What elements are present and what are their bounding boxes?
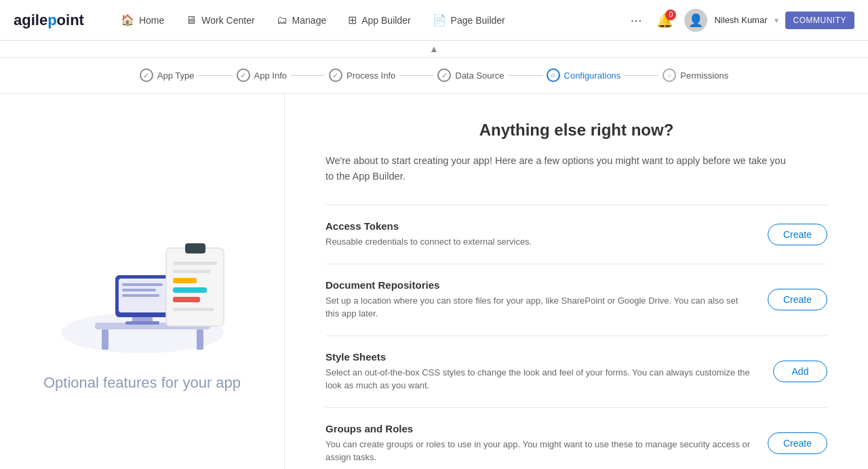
manage-icon: 🗂	[277, 14, 288, 26]
stepper: ✓ App Type ✓ App Info ✓ Process Info ✓ D…	[0, 58, 868, 94]
nav-home-label: Home	[139, 15, 164, 26]
svg-rect-5	[125, 321, 159, 325]
nav-app-builder[interactable]: ⊞ App Builder	[338, 8, 420, 32]
step-label-data-source: Data Source	[455, 70, 504, 81]
connector-4	[509, 75, 542, 76]
step-label-permissions: Permissions	[680, 70, 728, 81]
connector-5	[625, 75, 658, 76]
left-panel: Optional features for your app	[0, 94, 285, 469]
collapse-bar[interactable]: ▲	[0, 41, 868, 58]
step-configurations: ○ Configurations	[547, 68, 621, 82]
monitor-icon: 🖥	[186, 14, 197, 26]
nav-right: ··· 🔔 0 👤 Nilesh Kumar ▾ COMMUNITY	[627, 8, 854, 33]
nav-manage-label: Manage	[292, 15, 327, 26]
step-label-configurations: Configurations	[564, 70, 621, 81]
feature-document-repositories: Document Repositories Set up a location …	[326, 264, 827, 335]
feature-action-document-repositories: Create	[768, 289, 827, 310]
panel-title: Anything else right now?	[326, 121, 827, 140]
notification-button[interactable]: 🔔 0	[652, 8, 677, 33]
feature-desc-groups-and-roles: You can create groups or roles to use in…	[326, 438, 754, 464]
feature-info-access-tokens: Access Tokens Reusable credentials to co…	[326, 220, 754, 249]
svg-rect-2	[102, 329, 108, 350]
svg-rect-17	[173, 297, 200, 302]
step-circle-process-info: ✓	[329, 68, 342, 82]
nav-work-center-label: Work Center	[201, 15, 254, 26]
collapse-icon: ▲	[429, 43, 439, 54]
feature-action-access-tokens: Create	[768, 224, 827, 245]
svg-rect-11	[166, 248, 224, 326]
step-app-info: ✓ App Info	[237, 68, 287, 82]
navbar: agilepoint 🏠 Home 🖥 Work Center 🗂 Manage…	[0, 0, 868, 41]
logo-dot: p	[47, 12, 56, 28]
logo: agilepoint	[14, 12, 84, 29]
right-panel: Anything else right now? We're about to …	[285, 94, 868, 469]
feature-action-style-sheets: Add	[773, 361, 827, 382]
connector-3	[399, 75, 433, 76]
nav-page-builder-label: Page Builder	[451, 15, 505, 26]
feature-groups-and-roles: Groups and Roles You can create groups o…	[326, 407, 827, 469]
more-icon[interactable]: ···	[627, 8, 646, 32]
feature-info-document-repositories: Document Repositories Set up a location …	[326, 279, 754, 321]
feature-info-style-sheets: Style Sheets Select an out-of-the-box CS…	[326, 351, 760, 392]
svg-rect-8	[122, 283, 163, 286]
svg-rect-15	[173, 278, 197, 283]
step-circle-app-type: ✓	[140, 68, 153, 82]
feature-desc-document-repositories: Set up a location where you can store fi…	[326, 294, 754, 321]
step-circle-data-source: ✓	[437, 68, 451, 82]
create-groups-and-roles-button[interactable]: Create	[768, 432, 827, 454]
avatar[interactable]: 👤	[684, 9, 707, 32]
illustration-caption: Optional features for your app	[43, 373, 241, 394]
svg-rect-12	[185, 243, 205, 253]
app-builder-icon: ⊞	[348, 14, 357, 26]
svg-rect-9	[122, 289, 156, 291]
nav-work-center[interactable]: 🖥 Work Center	[176, 9, 264, 32]
step-label-process-info: Process Info	[347, 70, 395, 81]
panel-subtitle: We're about to start creating your app! …	[326, 153, 787, 184]
connector-2	[291, 75, 325, 76]
step-circle-configurations: ○	[547, 68, 560, 82]
step-label-app-type: App Type	[157, 70, 195, 81]
feature-desc-style-sheets: Select an out-of-the-box CSS styles to c…	[326, 366, 760, 392]
step-permissions: ○ Permissions	[663, 68, 728, 82]
notification-badge: 0	[665, 9, 676, 20]
feature-title-style-sheets: Style Sheets	[326, 351, 760, 363]
feature-title-access-tokens: Access Tokens	[326, 220, 754, 232]
home-icon: 🏠	[121, 14, 134, 26]
create-document-repositories-button[interactable]: Create	[768, 289, 827, 310]
feature-title-groups-and-roles: Groups and Roles	[326, 423, 754, 434]
feature-style-sheets: Style Sheets Select an out-of-the-box CS…	[326, 335, 827, 407]
svg-rect-16	[173, 287, 207, 293]
add-style-sheets-button[interactable]: Add	[773, 361, 827, 382]
feature-info-groups-and-roles: Groups and Roles You can create groups o…	[326, 423, 754, 464]
feature-access-tokens: Access Tokens Reusable credentials to co…	[326, 205, 827, 264]
page-builder-icon: 📄	[433, 14, 446, 26]
user-dropdown-icon[interactable]: ▾	[774, 16, 778, 25]
nav-app-builder-label: App Builder	[361, 15, 410, 26]
svg-rect-18	[173, 308, 214, 311]
svg-rect-13	[173, 262, 217, 265]
logo-text: agilepoint	[14, 12, 84, 29]
step-circle-app-info: ✓	[237, 68, 250, 82]
step-process-info: ✓ Process Info	[329, 68, 395, 82]
svg-rect-14	[173, 270, 210, 273]
nav-items: 🏠 Home 🖥 Work Center 🗂 Manage ⊞ App Buil…	[111, 8, 627, 32]
feature-desc-access-tokens: Reusable credentials to connect to exter…	[326, 235, 754, 249]
step-data-source: ✓ Data Source	[437, 68, 504, 82]
step-circle-permissions: ○	[663, 68, 676, 82]
create-access-tokens-button[interactable]: Create	[768, 224, 827, 245]
illustration	[54, 207, 231, 356]
user-name[interactable]: Nilesh Kumar	[714, 15, 767, 25]
svg-rect-3	[197, 329, 203, 350]
nav-manage[interactable]: 🗂 Manage	[267, 9, 336, 32]
step-label-app-info: App Info	[254, 70, 287, 81]
feature-title-document-repositories: Document Repositories	[326, 279, 754, 291]
nav-page-builder[interactable]: 📄 Page Builder	[423, 8, 515, 32]
main-content: Optional features for your app Anything …	[0, 94, 868, 469]
feature-action-groups-and-roles: Create	[768, 432, 827, 454]
nav-home[interactable]: 🏠 Home	[111, 8, 174, 32]
svg-rect-10	[122, 294, 159, 297]
connector-1	[199, 75, 233, 76]
step-app-type: ✓ App Type	[140, 68, 195, 82]
community-button[interactable]: COMMUNITY	[785, 12, 855, 29]
